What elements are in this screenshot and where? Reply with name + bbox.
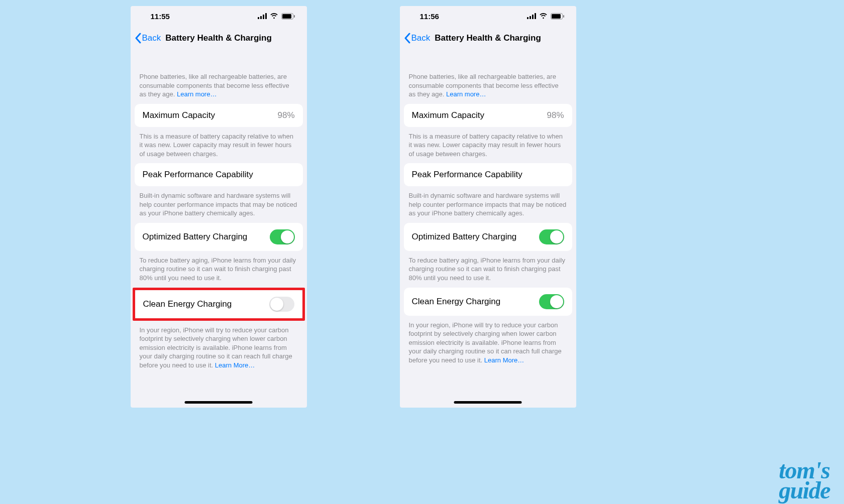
phone-screenshot: 11:55 Back Battery Health & Charging Pho… <box>131 6 307 408</box>
optimized-charging-desc: To reduce battery aging, iPhone learns f… <box>135 251 303 288</box>
clean-energy-toggle[interactable] <box>539 294 564 309</box>
optimized-charging-row[interactable]: Optimized Battery Charging <box>135 223 303 251</box>
peak-performance-desc: Built-in dynamic software and hardware s… <box>135 186 303 223</box>
page-title: Battery Health & Charging <box>435 33 541 43</box>
svg-rect-1 <box>260 16 262 19</box>
max-capacity-value: 98% <box>547 110 564 120</box>
optimized-charging-toggle[interactable] <box>539 229 564 244</box>
clean-energy-row[interactable]: Clean Energy Charging <box>135 290 302 318</box>
optimized-charging-label: Optimized Battery Charging <box>143 232 248 242</box>
clean-energy-desc: In your region, iPhone will try to reduc… <box>404 316 572 370</box>
home-indicator[interactable] <box>454 401 522 404</box>
status-time: 11:56 <box>420 12 439 21</box>
signal-icon <box>527 13 536 19</box>
back-button[interactable]: Back <box>135 33 161 44</box>
intro-text: Phone batteries, like all rechargeable b… <box>404 50 572 104</box>
svg-rect-12 <box>552 14 561 19</box>
svg-rect-5 <box>282 14 291 19</box>
svg-rect-2 <box>263 15 264 19</box>
clean-energy-toggle[interactable] <box>269 297 294 312</box>
max-capacity-desc: This is a measure of battery capacity re… <box>404 127 572 164</box>
max-capacity-label: Maximum Capacity <box>143 110 216 120</box>
watermark-logo: tom's guide <box>779 460 830 500</box>
max-capacity-desc: This is a measure of battery capacity re… <box>135 127 303 164</box>
nav-bar: Back Battery Health & Charging <box>131 26 307 50</box>
learn-more-link[interactable]: Learn more… <box>177 90 217 98</box>
chevron-left-icon <box>135 33 141 44</box>
chevron-left-icon <box>404 33 410 44</box>
clean-energy-label: Clean Energy Charging <box>143 299 232 309</box>
svg-rect-0 <box>258 17 259 19</box>
back-label: Back <box>142 33 161 43</box>
nav-bar: Back Battery Health & Charging <box>400 26 576 50</box>
phone-screenshot: 11:56 Back Battery Health & Charging Pho… <box>400 6 576 408</box>
optimized-charging-row[interactable]: Optimized Battery Charging <box>404 223 572 251</box>
learn-more-link-2[interactable]: Learn More… <box>484 356 524 364</box>
status-time: 11:55 <box>151 12 170 21</box>
svg-rect-6 <box>294 15 295 18</box>
wifi-icon <box>270 13 278 19</box>
home-indicator[interactable] <box>185 401 253 404</box>
clean-energy-desc: In your region, iPhone will try to reduc… <box>135 321 303 375</box>
peak-performance-label: Peak Performance Capability <box>143 170 253 180</box>
back-label: Back <box>411 33 431 43</box>
learn-more-link-2[interactable]: Learn More… <box>215 361 255 369</box>
svg-rect-7 <box>527 17 529 19</box>
status-bar: 11:56 <box>400 6 576 26</box>
highlight-box: Clean Energy Charging <box>133 288 305 321</box>
intro-text: Phone batteries, like all rechargeable b… <box>135 50 303 104</box>
max-capacity-value: 98% <box>277 110 294 120</box>
wifi-icon <box>539 13 548 19</box>
page-title: Battery Health & Charging <box>165 33 272 43</box>
peak-performance-label: Peak Performance Capability <box>412 170 522 180</box>
peak-performance-row[interactable]: Peak Performance Capability <box>135 163 303 186</box>
clean-energy-row[interactable]: Clean Energy Charging <box>404 288 572 316</box>
max-capacity-row[interactable]: Maximum Capacity 98% <box>135 104 303 127</box>
battery-icon <box>281 13 295 20</box>
svg-rect-10 <box>535 13 536 19</box>
svg-rect-9 <box>532 15 534 19</box>
back-button[interactable]: Back <box>404 33 431 44</box>
peak-performance-desc: Built-in dynamic software and hardware s… <box>404 186 572 223</box>
svg-rect-3 <box>265 13 267 19</box>
max-capacity-row[interactable]: Maximum Capacity 98% <box>404 104 572 127</box>
svg-rect-13 <box>563 15 564 18</box>
status-bar: 11:55 <box>131 6 307 26</box>
optimized-charging-toggle[interactable] <box>270 229 295 244</box>
learn-more-link[interactable]: Learn more… <box>446 90 486 98</box>
peak-performance-row[interactable]: Peak Performance Capability <box>404 163 572 186</box>
max-capacity-label: Maximum Capacity <box>412 110 485 120</box>
battery-icon <box>551 13 564 20</box>
svg-rect-8 <box>530 16 531 19</box>
clean-energy-label: Clean Energy Charging <box>412 297 501 307</box>
optimized-charging-label: Optimized Battery Charging <box>412 232 517 242</box>
signal-icon <box>258 13 267 19</box>
optimized-charging-desc: To reduce battery aging, iPhone learns f… <box>404 251 572 288</box>
